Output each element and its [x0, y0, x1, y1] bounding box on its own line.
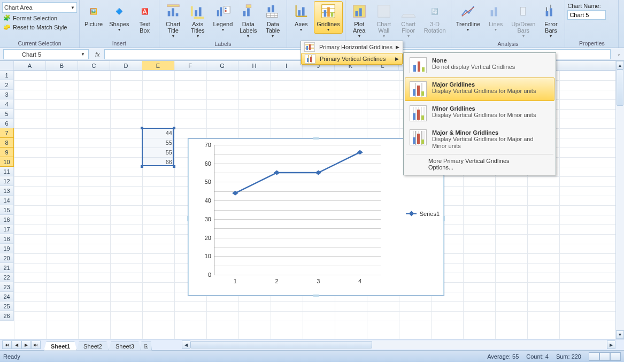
row-header-16[interactable]: 16: [0, 215, 14, 224]
format-selection-button[interactable]: 🧩 Format Selection: [2, 14, 77, 22]
row-header-1[interactable]: 1: [0, 71, 14, 80]
gridlines-opt-major[interactable]: Major GridlinesDisplay Vertical Gridline…: [405, 78, 554, 101]
scroll-down-button[interactable]: ▼: [616, 330, 624, 339]
scroll-left-button[interactable]: ◀: [182, 340, 190, 349]
sheet-tab-sheet1[interactable]: Sheet1: [44, 342, 77, 351]
row-header-2[interactable]: 2: [0, 80, 14, 90]
row-header-11[interactable]: 11: [0, 167, 14, 176]
row-header-18[interactable]: 18: [0, 234, 14, 244]
data-labels-button[interactable]: Data Labels▾: [236, 1, 260, 40]
gridlines-opt-minor[interactable]: Minor GridlinesDisplay Vertical Gridline…: [405, 102, 554, 125]
sheet-tabs: Sheet1Sheet2Sheet3⎘: [44, 339, 151, 351]
tab-nav-next[interactable]: ▶: [21, 340, 31, 349]
axes-button[interactable]: Axes▾: [289, 1, 313, 34]
row-header-22[interactable]: 22: [0, 273, 14, 282]
sheet-tab-sheet3[interactable]: Sheet3: [109, 342, 141, 351]
row-header-23[interactable]: 23: [0, 282, 14, 292]
svg-rect-0: [167, 11, 170, 16]
svg-line-37: [462, 7, 474, 17]
row-header-4[interactable]: 4: [0, 99, 14, 109]
reset-style-button[interactable]: 🧽 Reset to Match Style: [2, 23, 77, 31]
row-header-26[interactable]: 26: [0, 311, 14, 321]
row-header-10[interactable]: 10: [0, 157, 14, 167]
row-header-9[interactable]: 9: [0, 148, 14, 157]
gridlines-opt-none[interactable]: NoneDo not display Vertical Gridlines: [405, 53, 554, 77]
gridlines-menu-horizontal[interactable]: Primary Horizontal Gridlines▶: [301, 41, 403, 53]
chart-legend[interactable]: Series1: [406, 211, 440, 217]
row-header-24[interactable]: 24: [0, 292, 14, 301]
source-range-highlight[interactable]: [142, 128, 174, 166]
group-labels: Chart Title▾ Axis Titles▾ Legend▾ Data L…: [159, 0, 288, 48]
col-header-A[interactable]: A: [14, 61, 46, 70]
row-header-15[interactable]: 15: [0, 205, 14, 215]
chart-title-button[interactable]: Chart Title▾: [161, 1, 185, 40]
row-headers[interactable]: 1234567891011121314151617181920212223242…: [0, 71, 14, 321]
axis-titles-button[interactable]: Axis Titles▾: [186, 1, 210, 40]
ribbon-help-icon[interactable]: ◔: [621, 38, 624, 48]
row-header-5[interactable]: 5: [0, 109, 14, 119]
data-table-button[interactable]: Data Table▾: [261, 1, 284, 40]
horizontal-scrollbar[interactable]: ◀ ▶: [182, 340, 615, 349]
hscroll-thumb[interactable]: [190, 341, 372, 348]
row-header-19[interactable]: 19: [0, 244, 14, 253]
vertical-scrollbar[interactable]: ▲ ▼: [615, 61, 624, 339]
gridlines-menu-vertical[interactable]: Primary Vertical Gridlines▶: [301, 53, 403, 65]
col-header-E[interactable]: E: [142, 61, 174, 70]
tab-nav-first[interactable]: ⏮: [2, 340, 12, 349]
svg-rect-60: [421, 91, 424, 96]
x-tick: 4: [358, 275, 361, 284]
plot-area-button[interactable]: Plot Area▾: [348, 1, 371, 40]
lines-button: Lines▾: [484, 1, 507, 34]
view-normal[interactable]: [589, 352, 599, 361]
picture-button[interactable]: 🖼️Picture: [82, 1, 105, 29]
col-header-G[interactable]: G: [206, 61, 238, 70]
scroll-right-button[interactable]: ▶: [607, 340, 615, 349]
gridlines-button[interactable]: Gridlines▾: [314, 1, 342, 34]
row-header-8[interactable]: 8: [0, 138, 14, 148]
fx-icon[interactable]: fx: [91, 51, 104, 58]
col-header-H[interactable]: H: [238, 61, 271, 70]
svg-rect-9: [220, 7, 222, 17]
row-header-7[interactable]: 7: [0, 128, 14, 138]
svg-rect-10: [224, 6, 230, 13]
row-header-6[interactable]: 6: [0, 119, 14, 128]
view-page-break[interactable]: [610, 352, 621, 361]
col-header-D[interactable]: D: [110, 61, 142, 70]
row-header-12[interactable]: 12: [0, 176, 14, 186]
row-header-21[interactable]: 21: [0, 263, 14, 273]
scroll-up-button[interactable]: ▲: [616, 61, 624, 69]
gridlines-more-options[interactable]: More Primary Vertical Gridlines Options.…: [404, 156, 556, 174]
legend-marker: [406, 213, 417, 214]
trendline-button[interactable]: Trendline▾: [453, 1, 483, 34]
col-header-I[interactable]: I: [271, 61, 303, 70]
error-bars-button[interactable]: Error Bars▾: [539, 1, 563, 40]
row-header-17[interactable]: 17: [0, 224, 14, 234]
formula-expand-icon[interactable]: ⌄: [614, 52, 624, 57]
legend-button[interactable]: Legend▾: [211, 1, 236, 34]
tab-nav-last[interactable]: ⏭: [31, 340, 41, 349]
chart-wall-button: Chart Wall▾: [372, 1, 396, 40]
textbox-button[interactable]: 🅰️Text Box: [133, 1, 157, 35]
row-header-20[interactable]: 20: [0, 253, 14, 263]
y-tick: 40: [198, 197, 214, 204]
svg-rect-13: [243, 11, 246, 16]
trendline-icon: [459, 3, 476, 20]
gridlines-opt-both[interactable]: Major & Minor GridlinesDisplay Vertical …: [405, 126, 554, 153]
svg-rect-39: [495, 7, 497, 17]
row-header-25[interactable]: 25: [0, 301, 14, 311]
chart-name-input[interactable]: [567, 10, 606, 20]
tab-nav-prev[interactable]: ◀: [12, 340, 21, 349]
col-header-B[interactable]: B: [46, 61, 78, 70]
chart-element-combo[interactable]: Chart Area▼: [2, 2, 77, 13]
vscroll-thumb[interactable]: [617, 69, 623, 106]
sheet-tab-sheet2[interactable]: Sheet2: [76, 342, 109, 351]
col-header-C[interactable]: C: [78, 61, 110, 70]
name-box[interactable]: Chart 5▼: [3, 49, 89, 59]
row-header-3[interactable]: 3: [0, 90, 14, 99]
insert-sheet-tab[interactable]: ⎘: [141, 342, 152, 351]
row-header-13[interactable]: 13: [0, 186, 14, 196]
shapes-button[interactable]: 🔷Shapes▾: [106, 1, 132, 34]
view-page-layout[interactable]: [599, 352, 610, 361]
col-header-F[interactable]: F: [174, 61, 206, 70]
row-header-14[interactable]: 14: [0, 196, 14, 205]
